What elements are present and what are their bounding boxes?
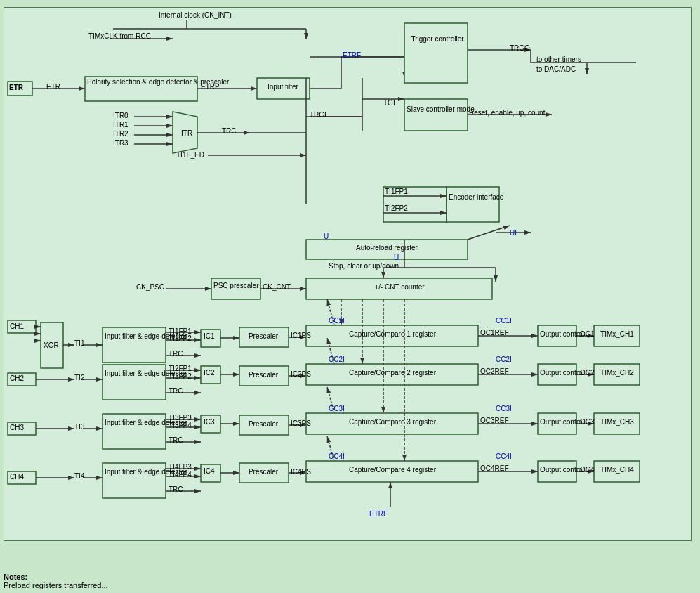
ti2fp2-ch2-label: TI2FP2	[169, 372, 192, 380]
etrf-bottom-label: ETRF	[369, 510, 388, 518]
output-ctrl3-label: Output control	[540, 418, 575, 426]
ch1-label: CH1	[10, 322, 24, 330]
cc4i-top-label: CC4I	[329, 452, 345, 460]
prescaler-ic1-label: Prescaler	[242, 332, 285, 340]
oc2ref-label: OC2REF	[480, 367, 509, 375]
ic2-label: IC2	[204, 369, 215, 377]
trgi-label: TRGI	[310, 111, 326, 119]
diagram-svg	[4, 8, 692, 542]
ui-label: UI	[510, 229, 517, 237]
ti1-label: TI1	[74, 339, 84, 347]
output-ctrl2-label: Output control	[540, 369, 575, 377]
u-label-top: U	[324, 233, 329, 240]
trc-ch1-label: TRC	[169, 350, 183, 358]
ch4-label: CH4	[10, 473, 24, 481]
stop-clear-label: Stop, clear or up/down	[329, 262, 399, 270]
timxclk-label: TIMxCLK from RCC	[88, 32, 151, 40]
ti3fp4-label: TI3FP4	[169, 422, 192, 429]
notes-area: Notes: Preload registers transferred...	[4, 573, 108, 589]
ic4-label: IC4	[204, 467, 215, 475]
ch3-label: CH3	[10, 424, 24, 431]
ti1fed-label: TI1F_ED	[176, 151, 204, 159]
diagram-area: Internal clock (CK_INT) TIMxCLK from RCC…	[4, 7, 692, 541]
prescaler-ic2-label: Prescaler	[242, 371, 285, 379]
itr0-label: ITR0	[113, 112, 128, 119]
ti2-label: TI2	[74, 374, 84, 382]
cc3i-right-label: CC3I	[496, 405, 512, 412]
trigger-controller-label: Trigger controller	[408, 34, 467, 44]
cnt-counter-label: +/- CNT counter	[308, 283, 491, 291]
psc-prescaler-label: PSC prescaler	[213, 282, 258, 289]
cc1i-right-label: CC1I	[496, 317, 512, 325]
cc4i-right-label: CC4I	[496, 452, 512, 460]
cc1-reg-label: Capture/Compare 1 register	[308, 330, 477, 338]
output-ctrl1-label: Output control	[540, 330, 575, 338]
itr1-label: ITR1	[113, 121, 128, 129]
ti4fp4-label: TI4FP4	[169, 471, 192, 478]
ti3fp3-label: TI3FP3	[169, 414, 192, 422]
ic1-label: IC1	[204, 332, 215, 340]
oc4-label: OC4	[580, 466, 595, 474]
encoder-interface-label: Encoder interface	[449, 193, 496, 202]
oc1-label: OC1	[580, 330, 595, 338]
itr3-label: ITR3	[113, 139, 128, 147]
oc2-label: OC2	[580, 369, 595, 377]
timx-ch4-label: TIMx_CH4	[596, 466, 638, 474]
trc-ch2-label: TRC	[169, 387, 183, 395]
ti2fp1-label: TI2FP1	[169, 365, 192, 372]
cc2i-right-label: CC2I	[496, 356, 512, 363]
svg-rect-32	[404, 99, 468, 131]
etr-signal-label: ETR	[46, 83, 60, 91]
etrf-label: ETRF	[343, 51, 361, 59]
trc-top-label: TRC	[222, 127, 237, 135]
input-filter-ch4-label: Input filter & edge detector	[105, 468, 164, 476]
reset-enable-label: Reset, enable, up, count	[469, 109, 545, 117]
trgo-label: TRGO	[510, 44, 530, 52]
input-filter-top-label: Input filter	[259, 83, 307, 91]
to-dac-adc-label: to DAC/ADC	[536, 65, 576, 73]
input-filter-ch1-label: Input filter & edge detector	[105, 332, 164, 340]
itr-label: ITR	[181, 129, 192, 137]
auto-reload-label: Auto-reload register	[308, 244, 465, 252]
ch2-label: CH2	[10, 374, 24, 382]
prescaler-ic4-label: Prescaler	[242, 468, 285, 476]
ti4-label: TI4	[74, 472, 84, 480]
internal-clock-label: Internal clock (CK_INT)	[159, 11, 232, 19]
tgi-label: TGI	[383, 99, 395, 107]
svg-line-41	[468, 226, 510, 240]
itr2-label: ITR2	[113, 130, 128, 138]
timx-ch3-label: TIMx_CH3	[596, 418, 638, 426]
ck-psc-label: CK_PSC	[136, 283, 164, 291]
timx-ch2-label: TIMx_CH2	[596, 369, 638, 377]
input-filter-ch2-label: Input filter & edge detector	[105, 370, 164, 377]
output-ctrl4-label: Output control	[540, 466, 575, 474]
timx-ch1-label: TIMx_CH1	[596, 330, 638, 338]
ti1fp1-enc-label: TI1FP1	[385, 188, 408, 195]
xor-label: XOR	[44, 341, 59, 349]
ti4fp3-label: TI4FP3	[169, 463, 192, 471]
svg-rect-23	[404, 23, 468, 83]
cc3-reg-label: Capture/Compare 3 register	[308, 418, 477, 426]
ck-cnt-label: CK_CNT	[263, 283, 291, 291]
oc4ref-label: OC4REF	[480, 464, 509, 472]
ic3-label: IC3	[204, 418, 215, 426]
cc3i-top-label: CC3I	[329, 405, 345, 412]
cc2-reg-label: Capture/Compare 2 register	[308, 369, 477, 377]
cc1i-top-label: CC1I	[329, 317, 345, 325]
oc3-label: OC3	[580, 418, 595, 426]
slave-controller-label: Slave controller mode	[407, 105, 466, 114]
etr-box-label: ETR	[9, 84, 23, 91]
polarity-sel-label: Polarity selection & edge detector & pre…	[87, 78, 196, 86]
ti1fp2-ch1-label: TI1FP2	[169, 334, 192, 342]
oc3ref-label: OC3REF	[480, 417, 509, 424]
to-other-timers-label: to other timers	[536, 56, 581, 63]
prescaler-ic3-label: Prescaler	[242, 420, 285, 428]
etrp-label: ETRP	[201, 83, 220, 91]
cc4-reg-label: Capture/Compare 4 register	[308, 466, 477, 474]
trc-ch4-label: TRC	[169, 486, 183, 493]
ti2fp2-enc-label: TI2FP2	[385, 204, 408, 212]
oc1ref-label: OC1REF	[480, 329, 509, 337]
cc2i-top-label: CC2I	[329, 356, 345, 363]
input-filter-ch3-label: Input filter & edge detector	[105, 419, 164, 426]
main-container: Internal clock (CK_INT) TIMxCLK from RCC…	[0, 0, 700, 593]
